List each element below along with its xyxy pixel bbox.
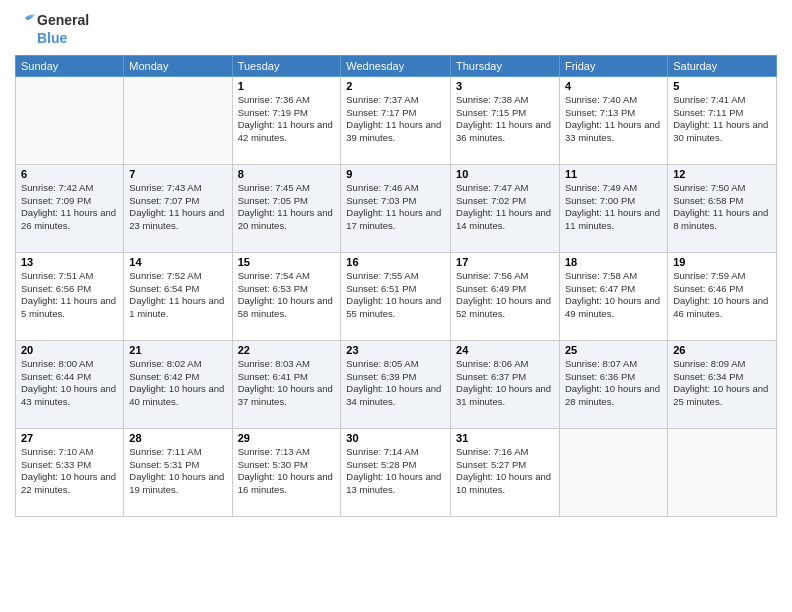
days-header-row: SundayMondayTuesdayWednesdayThursdayFrid… — [16, 55, 777, 76]
daylight-label: Daylight: 11 hours and 20 minutes. — [238, 207, 333, 231]
day-header-friday: Friday — [559, 55, 667, 76]
calendar-cell: 2 Sunrise: 7:37 AM Sunset: 7:17 PM Dayli… — [341, 76, 451, 164]
calendar-cell — [559, 428, 667, 516]
calendar-cell: 31 Sunrise: 7:16 AM Sunset: 5:27 PM Dayl… — [451, 428, 560, 516]
sunset-label: Sunset: 6:41 PM — [238, 371, 308, 382]
day-header-monday: Monday — [124, 55, 232, 76]
daylight-label: Daylight: 10 hours and 37 minutes. — [238, 383, 333, 407]
day-info: Sunrise: 7:42 AM Sunset: 7:09 PM Dayligh… — [21, 182, 118, 233]
sunset-label: Sunset: 5:31 PM — [129, 459, 199, 470]
day-number: 11 — [565, 168, 662, 180]
sunrise-label: Sunrise: 7:38 AM — [456, 94, 528, 105]
daylight-label: Daylight: 11 hours and 17 minutes. — [346, 207, 441, 231]
sunset-label: Sunset: 7:19 PM — [238, 107, 308, 118]
day-number: 22 — [238, 344, 336, 356]
sunset-label: Sunset: 6:53 PM — [238, 283, 308, 294]
daylight-label: Daylight: 10 hours and 13 minutes. — [346, 471, 441, 495]
calendar-cell: 14 Sunrise: 7:52 AM Sunset: 6:54 PM Dayl… — [124, 252, 232, 340]
sunrise-label: Sunrise: 8:07 AM — [565, 358, 637, 369]
day-info: Sunrise: 7:58 AM Sunset: 6:47 PM Dayligh… — [565, 270, 662, 321]
sunrise-label: Sunrise: 7:14 AM — [346, 446, 418, 457]
sunrise-label: Sunrise: 8:03 AM — [238, 358, 310, 369]
week-row-1: 6 Sunrise: 7:42 AM Sunset: 7:09 PM Dayli… — [16, 164, 777, 252]
sunrise-label: Sunrise: 7:16 AM — [456, 446, 528, 457]
sunrise-label: Sunrise: 7:54 AM — [238, 270, 310, 281]
daylight-label: Daylight: 10 hours and 49 minutes. — [565, 295, 660, 319]
week-row-4: 27 Sunrise: 7:10 AM Sunset: 5:33 PM Dayl… — [16, 428, 777, 516]
sunset-label: Sunset: 7:05 PM — [238, 195, 308, 206]
day-number: 6 — [21, 168, 118, 180]
day-number: 25 — [565, 344, 662, 356]
sunrise-label: Sunrise: 7:45 AM — [238, 182, 310, 193]
sunset-label: Sunset: 5:30 PM — [238, 459, 308, 470]
day-number: 17 — [456, 256, 554, 268]
day-number: 1 — [238, 80, 336, 92]
daylight-label: Daylight: 10 hours and 22 minutes. — [21, 471, 116, 495]
calendar-cell: 27 Sunrise: 7:10 AM Sunset: 5:33 PM Dayl… — [16, 428, 124, 516]
day-header-thursday: Thursday — [451, 55, 560, 76]
day-number: 3 — [456, 80, 554, 92]
calendar-cell: 23 Sunrise: 8:05 AM Sunset: 6:39 PM Dayl… — [341, 340, 451, 428]
sunrise-label: Sunrise: 8:00 AM — [21, 358, 93, 369]
day-info: Sunrise: 7:51 AM Sunset: 6:56 PM Dayligh… — [21, 270, 118, 321]
sunrise-label: Sunrise: 7:40 AM — [565, 94, 637, 105]
calendar-cell: 11 Sunrise: 7:49 AM Sunset: 7:00 PM Dayl… — [559, 164, 667, 252]
day-info: Sunrise: 8:09 AM Sunset: 6:34 PM Dayligh… — [673, 358, 771, 409]
calendar-cell: 25 Sunrise: 8:07 AM Sunset: 6:36 PM Dayl… — [559, 340, 667, 428]
daylight-label: Daylight: 11 hours and 11 minutes. — [565, 207, 660, 231]
daylight-label: Daylight: 10 hours and 52 minutes. — [456, 295, 551, 319]
day-info: Sunrise: 7:40 AM Sunset: 7:13 PM Dayligh… — [565, 94, 662, 145]
day-info: Sunrise: 7:14 AM Sunset: 5:28 PM Dayligh… — [346, 446, 445, 497]
day-info: Sunrise: 8:00 AM Sunset: 6:44 PM Dayligh… — [21, 358, 118, 409]
calendar-cell: 20 Sunrise: 8:00 AM Sunset: 6:44 PM Dayl… — [16, 340, 124, 428]
day-number: 30 — [346, 432, 445, 444]
header: General Blue — [15, 10, 777, 47]
day-info: Sunrise: 7:54 AM Sunset: 6:53 PM Dayligh… — [238, 270, 336, 321]
daylight-label: Daylight: 11 hours and 42 minutes. — [238, 119, 333, 143]
daylight-label: Daylight: 10 hours and 58 minutes. — [238, 295, 333, 319]
calendar-cell: 13 Sunrise: 7:51 AM Sunset: 6:56 PM Dayl… — [16, 252, 124, 340]
sunset-label: Sunset: 6:51 PM — [346, 283, 416, 294]
week-row-3: 20 Sunrise: 8:00 AM Sunset: 6:44 PM Dayl… — [16, 340, 777, 428]
sunset-label: Sunset: 6:37 PM — [456, 371, 526, 382]
daylight-label: Daylight: 11 hours and 1 minute. — [129, 295, 224, 319]
day-info: Sunrise: 8:05 AM Sunset: 6:39 PM Dayligh… — [346, 358, 445, 409]
sunrise-label: Sunrise: 7:47 AM — [456, 182, 528, 193]
daylight-label: Daylight: 11 hours and 26 minutes. — [21, 207, 116, 231]
calendar-cell: 6 Sunrise: 7:42 AM Sunset: 7:09 PM Dayli… — [16, 164, 124, 252]
day-info: Sunrise: 7:45 AM Sunset: 7:05 PM Dayligh… — [238, 182, 336, 233]
sunrise-label: Sunrise: 8:09 AM — [673, 358, 745, 369]
calendar-cell: 21 Sunrise: 8:02 AM Sunset: 6:42 PM Dayl… — [124, 340, 232, 428]
sunrise-label: Sunrise: 7:59 AM — [673, 270, 745, 281]
daylight-label: Daylight: 10 hours and 46 minutes. — [673, 295, 768, 319]
sunset-label: Sunset: 6:47 PM — [565, 283, 635, 294]
day-number: 26 — [673, 344, 771, 356]
day-number: 9 — [346, 168, 445, 180]
sunrise-label: Sunrise: 7:52 AM — [129, 270, 201, 281]
daylight-label: Daylight: 10 hours and 28 minutes. — [565, 383, 660, 407]
day-info: Sunrise: 7:10 AM Sunset: 5:33 PM Dayligh… — [21, 446, 118, 497]
sunset-label: Sunset: 6:44 PM — [21, 371, 91, 382]
sunrise-label: Sunrise: 7:50 AM — [673, 182, 745, 193]
sunrise-label: Sunrise: 7:36 AM — [238, 94, 310, 105]
daylight-label: Daylight: 11 hours and 36 minutes. — [456, 119, 551, 143]
daylight-label: Daylight: 10 hours and 31 minutes. — [456, 383, 551, 407]
sunset-label: Sunset: 6:58 PM — [673, 195, 743, 206]
sunrise-label: Sunrise: 7:49 AM — [565, 182, 637, 193]
daylight-label: Daylight: 11 hours and 33 minutes. — [565, 119, 660, 143]
day-info: Sunrise: 7:55 AM Sunset: 6:51 PM Dayligh… — [346, 270, 445, 321]
sunset-label: Sunset: 7:11 PM — [673, 107, 743, 118]
sunset-label: Sunset: 7:17 PM — [346, 107, 416, 118]
day-number: 8 — [238, 168, 336, 180]
daylight-label: Daylight: 10 hours and 43 minutes. — [21, 383, 116, 407]
day-number: 28 — [129, 432, 226, 444]
day-number: 7 — [129, 168, 226, 180]
daylight-label: Daylight: 11 hours and 39 minutes. — [346, 119, 441, 143]
calendar-cell: 8 Sunrise: 7:45 AM Sunset: 7:05 PM Dayli… — [232, 164, 341, 252]
sunset-label: Sunset: 7:07 PM — [129, 195, 199, 206]
sunset-label: Sunset: 6:39 PM — [346, 371, 416, 382]
sunrise-label: Sunrise: 7:10 AM — [21, 446, 93, 457]
daylight-label: Daylight: 11 hours and 8 minutes. — [673, 207, 768, 231]
sunrise-label: Sunrise: 7:58 AM — [565, 270, 637, 281]
day-info: Sunrise: 7:56 AM Sunset: 6:49 PM Dayligh… — [456, 270, 554, 321]
